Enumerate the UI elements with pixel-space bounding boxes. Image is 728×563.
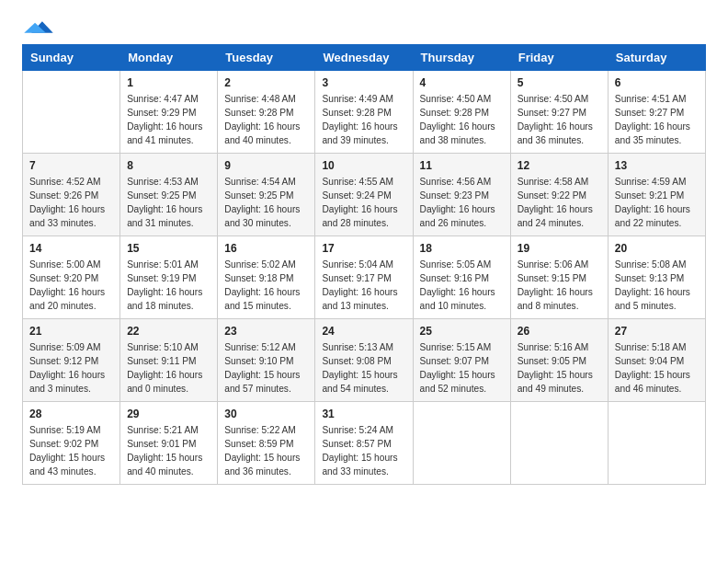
calendar-table: SundayMondayTuesdayWednesdayThursdayFrid… xyxy=(22,44,706,485)
day-info: Sunrise: 5:06 AM xyxy=(518,259,601,272)
day-info: Sunset: 9:04 PM xyxy=(615,355,699,369)
day-info: Sunset: 9:16 PM xyxy=(420,272,504,286)
day-info: Sunset: 8:59 PM xyxy=(224,438,308,452)
day-info: Sunset: 9:28 PM xyxy=(322,107,405,121)
day-number: 27 xyxy=(615,324,699,339)
day-info: and 20 minutes. xyxy=(29,300,113,314)
day-info: Daylight: 16 hours xyxy=(420,121,504,134)
day-cell: 29Sunrise: 5:21 AMSunset: 9:01 PMDayligh… xyxy=(120,402,218,485)
day-info: Sunset: 9:25 PM xyxy=(127,190,210,203)
day-info: Sunset: 9:29 PM xyxy=(127,107,210,121)
day-info: Daylight: 16 hours xyxy=(127,203,210,217)
day-info: Sunrise: 5:18 AM xyxy=(615,341,699,355)
day-info: Daylight: 16 hours xyxy=(29,369,113,383)
day-info: Daylight: 15 hours xyxy=(518,369,601,383)
day-info: Sunset: 9:05 PM xyxy=(518,355,601,369)
day-info: Sunrise: 4:50 AM xyxy=(518,93,601,107)
day-info: Sunrise: 4:58 AM xyxy=(518,176,601,190)
day-number: 1 xyxy=(127,75,210,91)
day-info: Sunset: 9:23 PM xyxy=(420,190,504,203)
day-info: Sunset: 9:11 PM xyxy=(127,355,210,369)
day-info: Sunset: 9:13 PM xyxy=(615,272,699,286)
day-info: and 5 minutes. xyxy=(615,300,699,314)
day-info: Sunrise: 4:50 AM xyxy=(420,93,504,107)
day-number: 6 xyxy=(615,75,699,91)
header xyxy=(22,18,706,39)
day-cell: 16Sunrise: 5:02 AMSunset: 9:18 PMDayligh… xyxy=(218,236,315,319)
day-cell: 15Sunrise: 5:01 AMSunset: 9:19 PMDayligh… xyxy=(120,236,218,319)
day-info: and 10 minutes. xyxy=(420,300,504,314)
day-cell: 8Sunrise: 4:53 AMSunset: 9:25 PMDaylight… xyxy=(120,154,218,236)
day-number: 8 xyxy=(127,158,210,174)
day-cell: 12Sunrise: 4:58 AMSunset: 9:22 PMDayligh… xyxy=(510,154,608,236)
day-cell: 5Sunrise: 4:50 AMSunset: 9:27 PMDaylight… xyxy=(510,71,608,154)
day-info: Sunset: 9:21 PM xyxy=(615,190,699,203)
day-info: Daylight: 16 hours xyxy=(420,203,504,217)
day-cell: 30Sunrise: 5:22 AMSunset: 8:59 PMDayligh… xyxy=(218,402,315,485)
day-info: Sunrise: 5:09 AM xyxy=(29,341,113,355)
day-info: Sunset: 9:24 PM xyxy=(322,190,405,203)
day-cell: 7Sunrise: 4:52 AMSunset: 9:26 PMDaylight… xyxy=(23,154,120,236)
day-info: Sunrise: 5:08 AM xyxy=(615,259,699,272)
day-cell: 2Sunrise: 4:48 AMSunset: 9:28 PMDaylight… xyxy=(218,71,315,154)
day-header-friday: Friday xyxy=(510,45,608,71)
day-info: Sunrise: 4:48 AM xyxy=(224,93,308,107)
day-number: 12 xyxy=(518,158,601,174)
week-row-2: 7Sunrise: 4:52 AMSunset: 9:26 PMDaylight… xyxy=(23,154,706,236)
day-number: 11 xyxy=(420,158,504,174)
day-info: and 33 minutes. xyxy=(29,217,113,231)
day-number: 28 xyxy=(29,407,113,422)
day-cell: 19Sunrise: 5:06 AMSunset: 9:15 PMDayligh… xyxy=(510,236,608,319)
day-info: and 3 minutes. xyxy=(29,383,113,396)
day-cell: 10Sunrise: 4:55 AMSunset: 9:24 PMDayligh… xyxy=(315,154,413,236)
day-info: Sunset: 9:12 PM xyxy=(29,355,113,369)
day-cell: 27Sunrise: 5:18 AMSunset: 9:04 PMDayligh… xyxy=(608,319,705,402)
day-number: 19 xyxy=(518,241,601,257)
day-info: and 40 minutes. xyxy=(224,134,308,148)
day-number: 5 xyxy=(518,75,601,91)
day-header-tuesday: Tuesday xyxy=(218,45,315,71)
day-cell: 17Sunrise: 5:04 AMSunset: 9:17 PMDayligh… xyxy=(315,236,413,319)
day-info: Daylight: 16 hours xyxy=(518,286,601,300)
day-number: 17 xyxy=(322,241,405,257)
week-row-3: 14Sunrise: 5:00 AMSunset: 9:20 PMDayligh… xyxy=(23,236,706,319)
day-info: Daylight: 16 hours xyxy=(127,286,210,300)
day-number: 13 xyxy=(615,158,699,174)
day-info: Sunrise: 5:00 AM xyxy=(29,259,113,272)
day-number: 29 xyxy=(127,407,210,422)
day-number: 9 xyxy=(224,158,308,174)
day-info: and 57 minutes. xyxy=(224,383,308,396)
day-info: and 36 minutes. xyxy=(224,465,308,479)
day-info: and 30 minutes. xyxy=(224,217,308,231)
day-info: Daylight: 16 hours xyxy=(518,121,601,134)
day-number: 2 xyxy=(224,75,308,91)
day-cell: 20Sunrise: 5:08 AMSunset: 9:13 PMDayligh… xyxy=(608,236,705,319)
day-number: 21 xyxy=(29,324,113,339)
day-number: 26 xyxy=(518,324,601,339)
day-info: Sunrise: 4:53 AM xyxy=(127,176,210,190)
day-info: Sunset: 8:57 PM xyxy=(322,438,405,452)
day-header-thursday: Thursday xyxy=(413,45,510,71)
day-info: Daylight: 15 hours xyxy=(224,369,308,383)
day-info: Sunset: 9:15 PM xyxy=(518,272,601,286)
day-info: Daylight: 16 hours xyxy=(322,203,405,217)
day-cell: 24Sunrise: 5:13 AMSunset: 9:08 PMDayligh… xyxy=(315,319,413,402)
day-info: Sunset: 9:20 PM xyxy=(29,272,113,286)
day-info: Sunset: 9:18 PM xyxy=(224,272,308,286)
day-info: Sunrise: 5:16 AM xyxy=(518,341,601,355)
day-info: Sunset: 9:10 PM xyxy=(224,355,308,369)
day-cell: 9Sunrise: 4:54 AMSunset: 9:25 PMDaylight… xyxy=(218,154,315,236)
day-info: Sunrise: 4:52 AM xyxy=(29,176,113,190)
week-row-5: 28Sunrise: 5:19 AMSunset: 9:02 PMDayligh… xyxy=(23,402,706,485)
day-info: Sunset: 9:07 PM xyxy=(420,355,504,369)
day-info: and 18 minutes. xyxy=(127,300,210,314)
day-info: Sunrise: 4:56 AM xyxy=(420,176,504,190)
day-cell: 18Sunrise: 5:05 AMSunset: 9:16 PMDayligh… xyxy=(413,236,510,319)
day-number: 7 xyxy=(29,158,113,174)
day-info: Sunrise: 5:19 AM xyxy=(29,424,113,438)
day-info: Sunrise: 5:22 AM xyxy=(224,424,308,438)
day-info: Sunrise: 4:51 AM xyxy=(615,93,699,107)
day-number: 31 xyxy=(322,407,405,422)
day-header-wednesday: Wednesday xyxy=(315,45,413,71)
day-info: Daylight: 15 hours xyxy=(322,369,405,383)
